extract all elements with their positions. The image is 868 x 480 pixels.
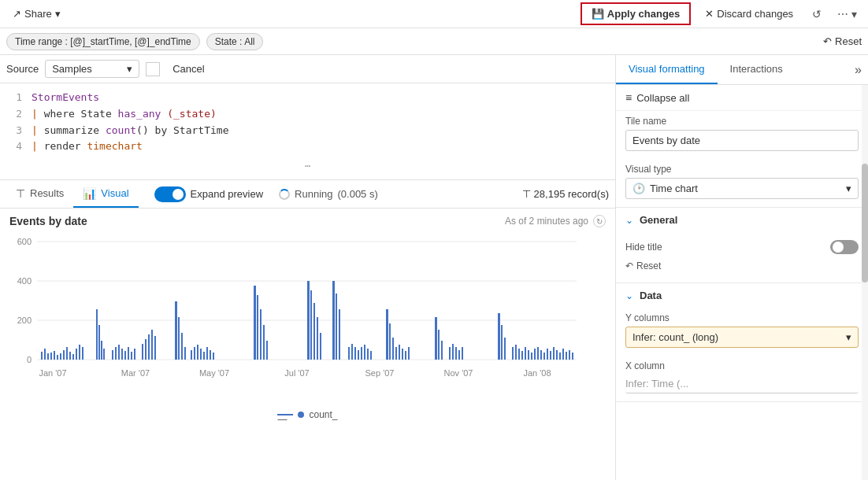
svg-rect-69 xyxy=(336,294,337,360)
discard-changes-button[interactable]: ✕ Discard changes xyxy=(697,4,801,24)
svg-rect-34 xyxy=(115,347,117,360)
code-line-4: 4 | render timechart xyxy=(0,138,615,155)
svg-rect-96 xyxy=(501,325,503,360)
more-button[interactable]: ⋯ ▾ xyxy=(833,5,862,24)
svg-rect-63 xyxy=(307,281,310,360)
chart-update-text: As of 2 minutes ago xyxy=(505,216,588,227)
tile-name-group: Tile name xyxy=(616,111,868,159)
svg-rect-65 xyxy=(313,303,315,360)
svg-text:600: 600 xyxy=(17,237,32,246)
chart-title: Events by date xyxy=(9,215,87,227)
tile-name-input[interactable] xyxy=(625,130,859,151)
running-info: Running (0.005 s) xyxy=(279,188,378,200)
y-columns-select[interactable]: Infer: count_ (long) ▾ xyxy=(625,327,859,348)
time-range-filter[interactable]: Time range : [@]_startTime, [@]_endTime xyxy=(6,33,200,50)
general-reset-button[interactable]: ↶ Reset xyxy=(625,257,661,275)
expand-label: Expand preview xyxy=(191,188,264,200)
formatting-tab-label: Visual formatting xyxy=(629,63,705,75)
tab-visual[interactable]: 📊 Visual xyxy=(73,180,138,208)
x-column-input[interactable]: Infer: Time (... xyxy=(625,375,859,393)
svg-text:Sep '07: Sep '07 xyxy=(365,368,395,378)
results-label: Results xyxy=(30,187,64,199)
state-filter[interactable]: State : All xyxy=(206,33,264,50)
svg-text:Jul '07: Jul '07 xyxy=(284,368,309,378)
svg-rect-99 xyxy=(515,345,517,360)
svg-rect-117 xyxy=(572,353,573,360)
code-line-3: 3 | summarize count () by StartTime xyxy=(0,123,615,139)
svg-rect-94 xyxy=(462,347,463,360)
svg-text:Jan '07: Jan '07 xyxy=(39,368,66,378)
share-button[interactable]: ↗ Share ▾ xyxy=(6,5,67,23)
svg-rect-93 xyxy=(458,350,460,360)
x-column-value: Infer: Time (... xyxy=(625,378,688,390)
section-general: ⌄ General Hide title ↶ Reset xyxy=(616,208,868,283)
svg-rect-81 xyxy=(392,338,394,360)
apply-changes-button[interactable]: 💾 Apply changes xyxy=(581,2,691,25)
svg-rect-37 xyxy=(124,351,126,360)
svg-rect-21 xyxy=(60,353,61,360)
right-panel-header: Visual formatting Interactions » xyxy=(616,55,868,85)
visual-type-select[interactable]: 🕑 Time chart ▾ xyxy=(625,178,859,199)
code-line-1: 1 StormEvents xyxy=(0,90,615,106)
svg-rect-108 xyxy=(543,353,545,360)
svg-rect-107 xyxy=(540,350,542,360)
source-select[interactable]: Samples ▾ xyxy=(45,60,139,78)
tab-interactions[interactable]: Interactions xyxy=(718,55,796,84)
interactions-tab-label: Interactions xyxy=(730,63,783,75)
reset-label: Reset xyxy=(636,260,661,271)
tab-results[interactable]: ⊤ Results xyxy=(6,180,73,208)
hide-title-row: Hide title xyxy=(625,237,859,257)
scrollbar-track[interactable] xyxy=(862,85,868,480)
chart-refresh-button[interactable]: ↻ xyxy=(593,215,606,227)
expand-panel-button[interactable]: » xyxy=(848,57,868,83)
x-column-group: X column Infer: Time (... xyxy=(616,356,868,401)
svg-rect-91 xyxy=(452,344,454,360)
reset-button[interactable]: ↶ Reset xyxy=(823,35,862,47)
cancel-button[interactable]: Cancel xyxy=(166,61,210,77)
svg-rect-61 xyxy=(263,325,265,360)
clock-icon: 🕑 xyxy=(632,183,645,194)
svg-rect-67 xyxy=(320,333,321,360)
cancel-label: Cancel xyxy=(172,63,204,75)
svg-rect-55 xyxy=(206,347,208,360)
svg-rect-86 xyxy=(408,347,410,360)
top-toolbar: ↗ Share ▾ 💾 Apply changes ✕ Discard chan… xyxy=(0,0,868,28)
svg-text:400: 400 xyxy=(17,276,32,286)
collapse-all-button[interactable]: ≡ Collapse all xyxy=(616,85,868,111)
share-icon: ↗ xyxy=(13,8,21,20)
svg-text:200: 200 xyxy=(17,316,32,325)
checkbox[interactable] xyxy=(146,62,160,76)
y-columns-label: Y columns xyxy=(625,312,859,323)
hide-title-toggle[interactable] xyxy=(830,240,859,254)
discard-label: Discard changes xyxy=(717,8,793,20)
svg-rect-38 xyxy=(128,347,129,360)
svg-rect-58 xyxy=(254,286,256,360)
svg-rect-97 xyxy=(504,338,506,360)
svg-rect-32 xyxy=(103,349,105,360)
chart-legend: — count_ xyxy=(9,409,606,420)
collapse-all-label: Collapse all xyxy=(636,92,689,104)
svg-text:0: 0 xyxy=(27,355,32,364)
right-panel: Visual formatting Interactions » ≡ Colla… xyxy=(616,55,868,480)
section-data-header[interactable]: ⌄ Data xyxy=(616,283,868,308)
expand-preview-toggle[interactable] xyxy=(154,186,186,202)
svg-rect-73 xyxy=(354,347,356,360)
scrollbar-thumb[interactable] xyxy=(862,164,868,282)
svg-rect-90 xyxy=(449,347,451,360)
section-general-header[interactable]: ⌄ General xyxy=(616,208,868,232)
code-table-name: StormEvents xyxy=(32,90,99,106)
svg-rect-36 xyxy=(121,349,123,360)
legend-dot xyxy=(298,412,304,418)
svg-rect-105 xyxy=(534,349,536,360)
svg-rect-92 xyxy=(455,347,457,360)
chevron-down-icon: ⌄ xyxy=(625,215,633,226)
svg-rect-46 xyxy=(175,301,177,360)
refresh-button[interactable]: ↺ xyxy=(807,5,826,24)
code-editor[interactable]: 1 StormEvents 2 | where State has_any (_… xyxy=(0,83,615,180)
right-panel-content: ≡ Collapse all Tile name Visual type 🕑 T… xyxy=(616,85,868,480)
source-value: Samples xyxy=(52,63,92,75)
svg-rect-27 xyxy=(79,345,80,360)
tab-visual-formatting[interactable]: Visual formatting xyxy=(616,55,718,84)
svg-rect-20 xyxy=(57,355,58,360)
svg-rect-85 xyxy=(405,351,406,360)
